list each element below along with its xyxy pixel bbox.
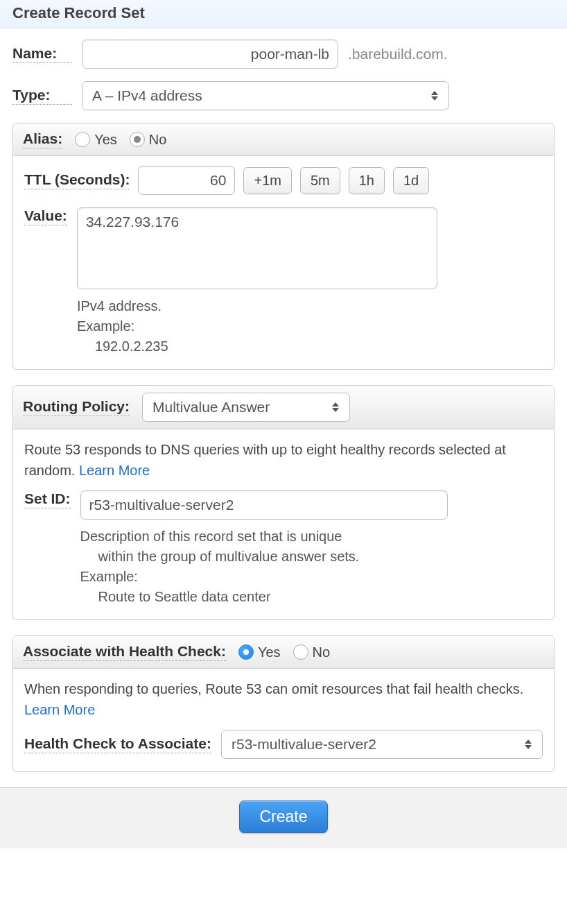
value-help-line2: Example: [77, 316, 437, 336]
chevron-updown-icon [430, 89, 439, 102]
name-row: Name: .barebuild.com. [12, 40, 555, 69]
radio-icon [238, 644, 254, 660]
routing-policy-select[interactable]: Multivalue Answer [142, 393, 350, 422]
hc-yes-radio[interactable]: Yes [238, 644, 281, 660]
type-select-value: A – IPv4 address [92, 87, 202, 103]
type-select[interactable]: A – IPv4 address [82, 81, 449, 110]
type-label: Type: [12, 87, 72, 105]
create-record-set-panel: Create Record Set Name: .barebuild.com. … [0, 0, 567, 848]
ttl-plus-1m-button[interactable]: +1m [243, 167, 291, 194]
value-help: IPv4 address. Example: 192.0.2.235 [77, 296, 437, 357]
routing-desc: Route 53 responds to DNS queries with up… [24, 439, 543, 481]
alias-label: Alias: [23, 130, 62, 148]
chevron-updown-icon [524, 738, 532, 751]
ttl-label: TTL (Seconds): [24, 171, 130, 189]
radio-icon [293, 644, 308, 660]
value-label: Value: [24, 207, 67, 225]
footer: Create [0, 787, 567, 848]
value-help-line3: 192.0.2.235 [95, 336, 437, 357]
hc-yes-text: Yes [258, 644, 281, 660]
alias-no-radio[interactable]: No [130, 132, 167, 148]
radio-icon [130, 132, 145, 147]
routing-label: Routing Policy: [23, 398, 130, 416]
name-input[interactable] [82, 40, 338, 69]
name-label: Name: [12, 45, 72, 63]
hc-assoc-select[interactable]: r53-multivalue-server2 [221, 730, 543, 759]
hc-no-radio[interactable]: No [293, 644, 331, 660]
chevron-updown-icon [331, 401, 340, 413]
domain-suffix: .barebuild.com. [348, 46, 448, 62]
hc-no-text: No [313, 644, 331, 660]
value-row: Value: IPv4 address. Example: 192.0.2.23… [24, 207, 543, 357]
ttl-row: TTL (Seconds): +1m 5m 1h 1d [24, 166, 543, 195]
value-help-line1: IPv4 address. [77, 296, 437, 316]
hc-learn-more-link[interactable]: Learn More [24, 702, 95, 717]
alias-head: Alias: Yes No [13, 123, 554, 156]
alias-no-text: No [149, 132, 167, 148]
hc-head: Associate with Health Check: Yes No [13, 636, 554, 669]
routing-learn-more-link[interactable]: Learn More [79, 463, 150, 478]
setid-input[interactable] [80, 490, 448, 520]
routing-section: Routing Policy: Multivalue Answer Route … [12, 385, 555, 620]
hc-label: Associate with Health Check: [23, 643, 226, 661]
ttl-5m-button[interactable]: 5m [300, 167, 340, 194]
setid-help-line1: Description of this record set that is u… [80, 527, 448, 547]
hc-assoc-value: r53-multivalue-server2 [232, 736, 376, 752]
type-row: Type: A – IPv4 address [12, 81, 555, 110]
alias-yes-text: Yes [94, 132, 117, 148]
setid-row: Set ID: Description of this record set t… [24, 490, 543, 607]
ttl-1h-button[interactable]: 1h [349, 167, 385, 194]
hc-assoc-label: Health Check to Associate: [24, 735, 211, 753]
routing-policy-value: Multivalue Answer [152, 399, 270, 415]
health-check-section: Associate with Health Check: Yes No When… [12, 635, 555, 772]
alias-section: Alias: Yes No TTL (Seconds): +1m 5m 1h [12, 123, 555, 370]
setid-label: Set ID: [24, 490, 71, 508]
setid-help-line3: Example: [80, 567, 448, 587]
hc-desc: When responding to queries, Route 53 can… [24, 678, 543, 720]
ttl-input[interactable] [138, 166, 235, 195]
panel-title: Create Record Set [0, 0, 567, 28]
setid-help-line4: Route to Seattle data center [98, 587, 448, 607]
create-button[interactable]: Create [239, 801, 327, 833]
radio-icon [75, 132, 90, 147]
alias-yes-radio[interactable]: Yes [75, 132, 117, 148]
setid-help-line2: within the group of multivalue answer se… [98, 547, 448, 567]
ttl-1d-button[interactable]: 1d [393, 167, 429, 194]
hc-desc-text: When responding to queries, Route 53 can… [24, 681, 523, 696]
hc-assoc-row: Health Check to Associate: r53-multivalu… [24, 730, 543, 759]
value-textarea[interactable] [77, 207, 437, 289]
routing-head: Routing Policy: Multivalue Answer [13, 386, 554, 429]
setid-help: Description of this record set that is u… [80, 527, 448, 607]
